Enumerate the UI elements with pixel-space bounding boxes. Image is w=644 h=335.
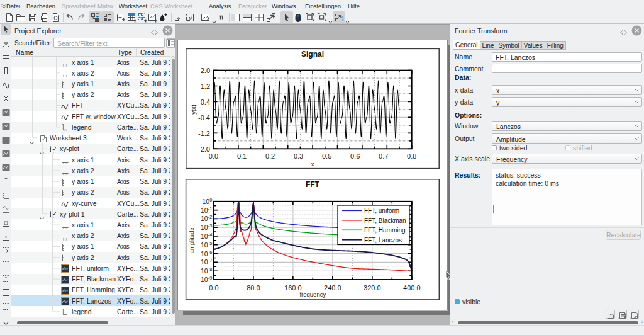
svg-text:0.5: 0.5 [322,152,331,160]
svg-text:320.0: 320.0 [364,284,381,292]
svg-text:0.0: 0.0 [209,284,218,292]
svg-text:0.7: 0.7 [379,152,388,160]
svg-text:FFT, Lanczos: FFT, Lanczos [364,237,402,244]
svg-text:frequency: frequency [299,291,326,298]
svg-text:-0.4: -0.4 [198,114,210,122]
svg-text:80.0: 80.0 [247,284,260,292]
svg-text:1: 1 [341,15,344,23]
svg-text:-1.2: -1.2 [198,130,210,137]
svg-text:0.6: 0.6 [350,152,360,160]
svg-text:0.4: 0.4 [201,98,210,106]
svg-text:FFT, Hamming: FFT, Hamming [364,227,406,234]
svg-text:1.2: 1.2 [201,82,210,90]
svg-text:y(x): y(x) [190,105,197,115]
svg-text:0.2: 0.2 [265,152,275,160]
svg-text:x: x [311,161,314,168]
svg-text:0.1: 0.1 [237,152,247,160]
svg-text:amplitude: amplitude [188,227,195,253]
svg-text:400.0: 400.0 [403,284,421,292]
svg-text:2.0: 2.0 [201,67,210,74]
svg-text:-2.0: -2.0 [198,145,210,153]
svg-text:FFT: FFT [306,180,320,189]
svg-text:240.0: 240.0 [324,284,341,292]
svg-text:0.3: 0.3 [294,152,303,160]
svg-text:FFT, Blackman: FFT, Blackman [364,217,406,224]
svg-text:0.8: 0.8 [407,152,416,160]
svg-text:0.0: 0.0 [209,152,218,160]
svg-text:FFT, uniform: FFT, uniform [364,207,399,214]
svg-text:Signal: Signal [301,50,324,59]
